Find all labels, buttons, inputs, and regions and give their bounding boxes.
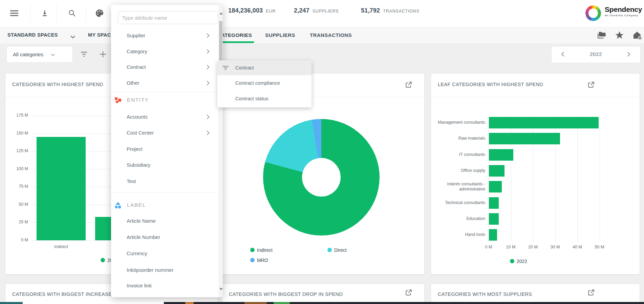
- menu-divider: [111, 92, 218, 92]
- menu-item-subsidiary[interactable]: Subsidiary: [111, 157, 218, 173]
- bar-category-label: Interim consultants - administrative: [434, 182, 485, 192]
- menu-item-category[interactable]: Category: [111, 44, 218, 59]
- bar-education: [489, 213, 499, 225]
- logo-name: Spendency: [605, 5, 642, 14]
- scroll-down-icon[interactable]: [219, 288, 223, 290]
- favorite-star-icon[interactable]: [614, 31, 624, 40]
- home-add-icon[interactable]: [632, 30, 643, 40]
- transactions-count: 51,792: [361, 7, 380, 14]
- menu-item-label: Contract: [127, 64, 146, 70]
- legend-dot-indirect: [250, 248, 255, 252]
- filter-icon: [222, 65, 229, 70]
- total-spend-stat: 184,236,003 EUR: [228, 7, 276, 14]
- search-icon[interactable]: [68, 9, 77, 18]
- x-axis-tick: 50 M: [591, 245, 608, 249]
- export-icon[interactable]: [404, 288, 413, 297]
- spendency-logo: Spendency An Onventis Company: [605, 5, 642, 17]
- hamburger-menu-icon[interactable]: [9, 9, 19, 17]
- bar-Indirect: [37, 137, 86, 240]
- year-value: 2022: [576, 51, 616, 57]
- spaces-folder-icon[interactable]: [596, 31, 606, 40]
- menu-item-other[interactable]: Other: [111, 75, 218, 91]
- y-axis-tick: 0 M: [5, 238, 28, 242]
- menu-item-article-name[interactable]: Article Name: [111, 213, 218, 229]
- next-year-button[interactable]: [626, 51, 632, 58]
- bar-technical-consultants: [489, 197, 499, 209]
- x-category-label: Indirect: [30, 244, 92, 249]
- donut: [263, 119, 380, 236]
- tab-transactions[interactable]: TRANSACTIONS: [310, 32, 352, 38]
- legend-label-indirect: Indirect: [257, 247, 273, 253]
- menu-group-header-label: ENTITY: [127, 97, 149, 103]
- chevron-right-icon: [207, 65, 210, 69]
- card-most-suppliers-title: CATEGORIES WITH MOST SUPPLIERS: [438, 291, 532, 297]
- menu-item-label: Category: [127, 48, 147, 54]
- menu-item-currency[interactable]: Currency: [111, 246, 218, 261]
- menu-item-supplier[interactable]: Supplier: [111, 28, 218, 43]
- menu-item-cost-center[interactable]: Cost Center: [111, 125, 218, 141]
- standard-spaces-dropdown[interactable]: STANDARD SPACES: [7, 32, 58, 38]
- x-axis-tick: 40 M: [569, 245, 586, 249]
- scrollbar-thumb[interactable]: [219, 21, 222, 64]
- card-leaf-categories: LEAF CATEGORIES WITH HIGHEST SPEND 0 M10…: [431, 73, 640, 275]
- bar-category-label: Technical consultants: [434, 200, 485, 205]
- add-widget-icon[interactable]: [99, 50, 107, 58]
- menu-item-ink-psorder-nummer[interactable]: Inköpsorder nummer: [111, 262, 218, 278]
- tab-suppliers[interactable]: SUPPLIERS: [265, 32, 295, 38]
- category-filter-value: All categories: [13, 52, 43, 57]
- menu-item-accounts[interactable]: Accounts: [111, 109, 218, 125]
- attribute-search-input[interactable]: [118, 11, 218, 24]
- menu-group-header-label: LABEL: [114, 201, 216, 209]
- category-filter-select[interactable]: All categories: [6, 46, 73, 63]
- submenu-item-contract-compliance[interactable]: Contract compliance: [217, 76, 312, 90]
- chevron-right-icon: [207, 115, 210, 119]
- hbar-chart-leaf-categories: 0 M10 M20 M30 M40 M50 MManagement consul…: [431, 74, 640, 274]
- bar-raw-materials: [489, 133, 560, 144]
- donut-hole: [302, 158, 341, 197]
- menu-item-project[interactable]: Project: [111, 141, 218, 157]
- submenu-item-label: Contract compliance: [235, 80, 280, 86]
- bar-interim-consultants-administrative: [489, 181, 502, 192]
- submenu-item-contract-status[interactable]: Contract status: [217, 91, 312, 106]
- menu-item-contract[interactable]: Contract: [111, 59, 218, 75]
- chevron-down-icon: [51, 52, 55, 58]
- legend-dot-mro: [250, 258, 255, 262]
- menu-item-label: Test: [127, 178, 136, 184]
- bar-category-label: Hand tools: [434, 232, 485, 237]
- attribute-picker-panel: SupplierCategoryContractOtherENTITYAccou…: [111, 5, 223, 297]
- menu-item-invoice-link[interactable]: Invoice link: [111, 278, 218, 293]
- card-most-suppliers: CATEGORIES WITH MOST SUPPLIERS: [431, 284, 640, 304]
- export-icon[interactable]: [587, 288, 596, 297]
- transactions-label: TRANSACTIONS: [383, 9, 420, 14]
- bar-category-label: Raw materials: [434, 136, 485, 141]
- filter-icon[interactable]: [80, 50, 88, 58]
- scroll-up-icon[interactable]: [219, 12, 223, 15]
- legend-dot: [510, 259, 514, 263]
- chevron-right-icon: [207, 81, 210, 85]
- y-axis-tick: 175 M: [5, 113, 28, 118]
- spendency-logo-ring: [585, 5, 601, 21]
- menu-group-header-entity: ENTITY: [114, 96, 216, 104]
- total-spend-currency: EUR: [266, 9, 276, 14]
- contract-submenu: ContractContract complianceContract stat…: [217, 60, 312, 107]
- palette-icon[interactable]: [95, 9, 104, 18]
- download-icon[interactable]: [40, 9, 49, 18]
- submenu-item-contract[interactable]: Contract: [217, 60, 312, 75]
- bar-category-label: IT consultants: [434, 152, 485, 157]
- legend-dot: [101, 258, 105, 262]
- divider: [57, 4, 57, 23]
- menu-item-label: Accounts: [127, 114, 148, 120]
- previous-year-button[interactable]: [559, 51, 565, 58]
- menu-item-article-number[interactable]: Article Number: [111, 229, 218, 245]
- entity-icon: [114, 97, 122, 104]
- x-axis-tick: 0 M: [480, 245, 497, 249]
- gridline: [600, 116, 600, 242]
- total-spend-value: 184,236,003: [228, 7, 263, 14]
- chevron-right-icon: [207, 130, 210, 135]
- menu-item-label: Article Name: [127, 218, 156, 224]
- submenu-item-label: Contract status: [235, 96, 269, 101]
- menu-item-label: Invoice link: [127, 283, 152, 288]
- menu-item-label: Inköpsorder nummer: [127, 267, 173, 273]
- menu-item-test[interactable]: Test: [111, 174, 218, 189]
- chevron-down-icon[interactable]: [70, 34, 75, 40]
